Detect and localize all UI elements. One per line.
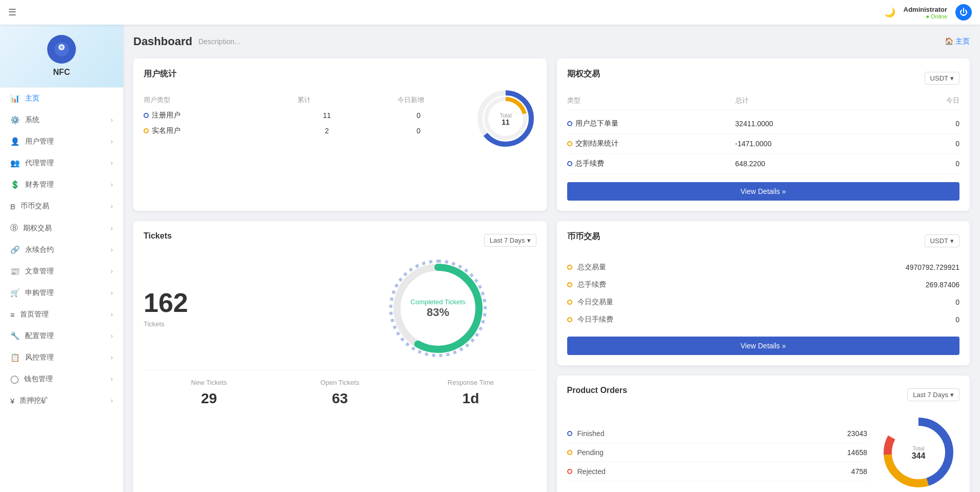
user-stats-donut: Total 11 <box>475 88 536 149</box>
user-stats-table: 用户类型 累计 今日新增 注册用户 11 0 <box>144 95 465 142</box>
home-breadcrumb-link[interactable]: 🏠 主页 <box>945 37 970 46</box>
tickets-card-header: Tickets Last 7 Days ▾ <box>144 231 536 249</box>
options-trading-header: 期权交易 USDT ▾ <box>567 69 960 88</box>
nav-item-risk[interactable]: 📋 风控管理 › <box>0 347 123 368</box>
options-trading-card: 期权交易 USDT ▾ 类型 总计 今日 用户总下单量 324 <box>557 58 970 211</box>
total-fee-value: 269.87406 <box>926 281 959 289</box>
product-orders-filter-dropdown[interactable]: Last 7 Days ▾ <box>907 388 959 401</box>
options-currency-dropdown[interactable]: USDT ▾ <box>925 72 959 85</box>
chevron-right-icon: › <box>111 203 113 210</box>
col-today: 今日新增 <box>357 95 465 105</box>
options-view-details-button[interactable]: View Details » <box>567 182 960 201</box>
today-fee-value: 0 <box>955 316 959 324</box>
top-header: ☰ 🌙 Administrator Online ⏻ <box>0 0 980 25</box>
nav-item-homepage[interactable]: ≡ 首页管理 › <box>0 304 123 325</box>
users-icon: 👤 <box>10 137 20 146</box>
nav-label-options: 期权交易 <box>23 224 52 233</box>
nav-label-crypto: 币币交易 <box>21 202 49 211</box>
nav-label-mining: 质押挖矿 <box>19 396 48 405</box>
total-volume-label: 总交易量 <box>577 263 906 272</box>
tickets-total-count: 162 <box>144 289 340 316</box>
tickets-title: Tickets <box>144 231 172 241</box>
nav-item-wallet[interactable]: ◯ 钱包管理 › <box>0 368 123 390</box>
chevron-down-icon: ▾ <box>950 391 954 399</box>
response-time-value: 1d <box>405 390 536 407</box>
product-orders-title: Product Orders <box>567 386 627 395</box>
order-row-pending: Pending 14658 <box>567 443 868 462</box>
today-volume-value: 0 <box>955 298 959 306</box>
nav-item-users[interactable]: 👤 用户管理 › <box>0 131 123 152</box>
main-content: Dashboard Description... 🏠 主页 用户统计 用户类型 … <box>123 25 980 492</box>
menu-icon[interactable]: ☰ <box>8 7 16 18</box>
tickets-filter-label: Last 7 Days <box>490 237 525 244</box>
table-row: 实名用户 2 0 <box>144 126 465 135</box>
user-stats-card: 用户统计 用户类型 累计 今日新增 注册用户 <box>133 58 547 211</box>
dot-fee <box>567 161 572 166</box>
nav-item-articles[interactable]: 📰 文章管理 › <box>0 261 123 282</box>
user-info: Administrator Online <box>904 6 947 19</box>
row-total-registered: 11 <box>281 111 373 120</box>
nav-item-home[interactable]: 📊 主页 <box>0 88 123 109</box>
crypto-currency-dropdown[interactable]: USDT ▾ <box>925 234 959 247</box>
nav-item-options[interactable]: Ⓑ 期权交易 › <box>0 217 123 239</box>
agents-icon: 👥 <box>10 159 20 168</box>
options-table-header: 类型 总计 今日 <box>567 96 960 110</box>
row-today-settlement: 0 <box>847 140 959 148</box>
open-tickets-value: 63 <box>274 390 405 407</box>
user-stats-content: 用户类型 累计 今日新增 注册用户 11 0 <box>144 88 536 149</box>
product-orders-donut: Total 344 <box>877 411 959 492</box>
table-row: 交割结果统计 -1471.0000 0 <box>567 134 960 154</box>
crypto-icon: B <box>10 202 15 211</box>
total-fee-label: 总手续费 <box>577 280 926 289</box>
tickets-content: 162 Tickets <box>144 257 536 360</box>
nav-label-articles: 文章管理 <box>25 267 54 276</box>
chevron-right-icon: › <box>111 289 113 297</box>
finished-value: 23043 <box>847 429 867 438</box>
perpetual-icon: 🔗 <box>10 245 20 254</box>
open-tickets-label: Open Tickets <box>274 379 405 386</box>
chevron-right-icon: › <box>111 268 113 275</box>
tickets-count-area: 162 Tickets <box>144 289 340 328</box>
row-label-settlement: 交割结果统计 <box>567 139 735 148</box>
new-tickets-label: New Tickets <box>144 379 274 386</box>
svg-point-2 <box>60 46 63 49</box>
chevron-right-icon: › <box>111 225 113 232</box>
pending-label: Pending <box>577 448 848 457</box>
product-orders-card: Product Orders Last 7 Days ▾ Finished 23… <box>557 376 970 492</box>
chevron-down-icon: ▾ <box>950 237 954 245</box>
dot-today-volume <box>567 300 572 305</box>
tickets-filter-dropdown[interactable]: Last 7 Days ▾ <box>484 234 536 247</box>
nav-item-mining[interactable]: ¥ 质押挖矿 › <box>0 390 123 411</box>
moon-icon[interactable]: 🌙 <box>884 7 895 18</box>
finished-label: Finished <box>577 429 848 438</box>
svg-text:11: 11 <box>502 118 510 126</box>
nav-item-purchase[interactable]: 🛒 申购管理 › <box>0 282 123 304</box>
row-total-fee: 648.2200 <box>735 160 848 168</box>
pending-value: 14658 <box>847 448 867 457</box>
nav-item-system[interactable]: ⚙️ 系统 › <box>0 109 123 131</box>
header-right: 🌙 Administrator Online ⏻ <box>884 4 972 21</box>
crypto-trading-header: 币币交易 USDT ▾ <box>567 231 960 250</box>
nav-label-system: 系统 <box>25 115 39 125</box>
tickets-footer: New Tickets 29 Open Tickets 63 Response … <box>144 370 536 407</box>
col-total: 累计 <box>251 95 358 105</box>
nav-item-crypto[interactable]: B 币币交易 › <box>0 195 123 217</box>
product-orders-content: Finished 23043 Pending 14658 Rejected <box>567 411 960 492</box>
dot-order-total <box>567 121 572 126</box>
tickets-label: Tickets <box>144 320 340 328</box>
chevron-right-icon: › <box>111 354 113 361</box>
nav-item-agents[interactable]: 👥 代理管理 › <box>0 152 123 174</box>
nav-label-wallet: 钱包管理 <box>24 375 53 384</box>
crypto-view-details-button[interactable]: View Details » <box>567 337 960 355</box>
col-today: 今日 <box>847 96 959 105</box>
row-label-order-total: 用户总下单量 <box>567 119 735 128</box>
chevron-right-icon: › <box>111 160 113 167</box>
nav-item-perpetual[interactable]: 🔗 永续合约 › <box>0 239 123 261</box>
nav-label-risk: 风控管理 <box>25 353 54 362</box>
layout: NFC 📊 主页 ⚙️ 系统 › 👤 用户管理 › 👥 <box>0 0 980 492</box>
power-button[interactable]: ⏻ <box>955 4 972 21</box>
nav-item-finance[interactable]: 💲 财务管理 › <box>0 174 123 195</box>
dot-finished <box>567 431 572 436</box>
order-row-finished: Finished 23043 <box>567 424 868 443</box>
nav-item-config[interactable]: 🔧 配置管理 › <box>0 325 123 347</box>
